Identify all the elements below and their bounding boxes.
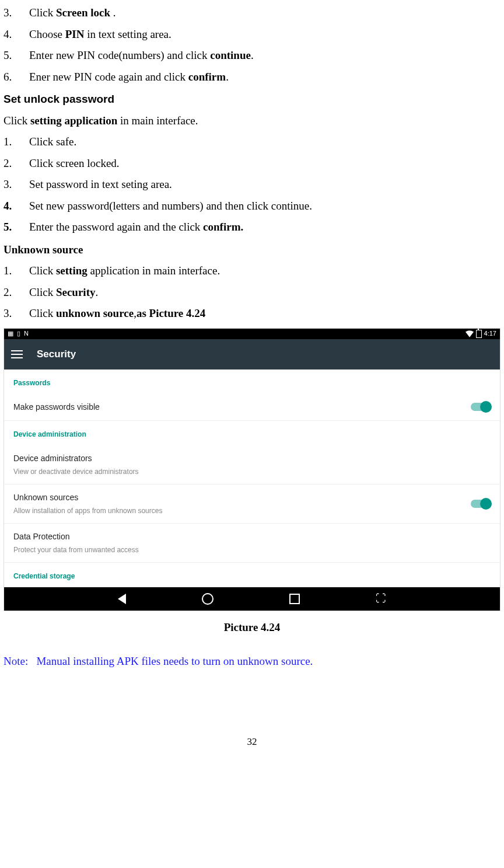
row-subtitle: Allow installation of apps from unknown …: [13, 506, 471, 516]
row-title: Data Protection: [13, 531, 491, 543]
row-title: Unknown sources: [13, 491, 471, 504]
heading-set-unlock-password: Set unlock password: [4, 91, 501, 108]
item-number: 2.: [4, 284, 29, 301]
item-text: Set new password(letters and numbers) an…: [29, 198, 501, 215]
item-number: 4.: [4, 26, 29, 43]
item-text: Enter the password again and the click c…: [29, 219, 501, 236]
row-subtitle: Protect your data from unwanted access: [13, 545, 491, 555]
row-title: Device administrators: [13, 452, 491, 465]
toggle-on-icon[interactable]: [471, 403, 491, 411]
section-credential-storage: Credential storage: [4, 563, 500, 587]
item-number: 4.: [4, 198, 29, 215]
list-item: 1. Click safe.: [4, 134, 501, 151]
note-body: Manual installing APK files needs to tur…: [36, 655, 313, 667]
row-unknown-sources[interactable]: Unknown sources Allow installation of ap…: [4, 484, 500, 524]
item-text: Set password in text seting area.: [29, 176, 501, 193]
item-text: Click Security.: [29, 284, 501, 301]
list-item: 3. Set password in text seting area.: [4, 176, 501, 193]
item-text: Click screen locked.: [29, 155, 501, 172]
item-text: Click unknown source,as Picture 4.24: [29, 305, 501, 322]
screenshot-icon[interactable]: ⛶: [376, 591, 386, 606]
item-text: Choose PIN in text setting area.: [29, 26, 501, 43]
app-bar-title: Security: [37, 347, 76, 362]
wifi-icon: [466, 330, 474, 337]
item-number: 6.: [4, 69, 29, 86]
home-icon[interactable]: [202, 593, 214, 605]
settings-content: Passwords Make passwords visible Device …: [4, 369, 500, 587]
row-subtitle: View or deactivate device administrators: [13, 466, 491, 477]
list-item: 3. Click unknown source,as Picture 4.24: [4, 305, 501, 322]
item-number: 3.: [4, 176, 29, 193]
battery-icon: [476, 330, 482, 338]
app-bar: Security: [4, 339, 500, 369]
note-label: Note:: [4, 655, 28, 667]
item-number: 1.: [4, 134, 29, 151]
gallery-icon: ▦: [8, 329, 13, 339]
row-data-protection[interactable]: Data Protection Protect your data from u…: [4, 524, 500, 563]
item-text: Ener new PIN code again and click confir…: [29, 69, 501, 86]
back-icon[interactable]: [118, 594, 126, 604]
ordered-list-c: 1. Click setting application in main int…: [4, 263, 501, 322]
heading-unknown-source: Unknown source: [4, 242, 501, 259]
recent-apps-icon[interactable]: [289, 594, 300, 604]
note-text: Note: Manual installing APK files needs …: [4, 653, 501, 670]
status-left: ▦ ▯ N: [8, 329, 29, 339]
item-text: Click Screen lock .: [29, 5, 501, 22]
ordered-list-b: 1. Click safe. 2. Click screen locked. 3…: [4, 134, 501, 236]
n-icon: N: [24, 329, 29, 339]
item-text: Click safe.: [29, 134, 501, 151]
list-item: 4. Choose PIN in text setting area.: [4, 26, 501, 43]
row-make-passwords-visible[interactable]: Make passwords visible: [4, 394, 500, 421]
status-bar: ▦ ▯ N 4:17: [4, 329, 500, 339]
item-number: 5.: [4, 47, 29, 64]
android-screenshot: ▦ ▯ N 4:17 Security Passwords Make passw…: [4, 328, 501, 611]
toggle-on-icon[interactable]: [471, 500, 491, 508]
page-number: 32: [4, 734, 501, 750]
hamburger-icon[interactable]: [11, 350, 23, 358]
navigation-bar: ⛶: [4, 587, 500, 611]
ordered-list-a: 3. Click Screen lock . 4. Choose PIN in …: [4, 5, 501, 85]
section-passwords: Passwords: [4, 369, 500, 394]
item-number: 1.: [4, 263, 29, 280]
item-number: 2.: [4, 155, 29, 172]
list-item: 5. Enter new PIN code(numbers) and click…: [4, 47, 501, 64]
row-device-administrators[interactable]: Device administrators View or deactivate…: [4, 445, 500, 484]
figure-caption: Picture 4.24: [4, 619, 501, 636]
item-text: Enter new PIN code(numbers) and click co…: [29, 47, 501, 64]
status-right: 4:17: [466, 329, 496, 339]
sd-icon: ▯: [17, 329, 20, 339]
paragraph: Click setting application in main interf…: [4, 113, 501, 130]
list-item: 6. Ener new PIN code again and click con…: [4, 69, 501, 86]
list-item: 2. Click screen locked.: [4, 155, 501, 172]
item-number: 3.: [4, 5, 29, 22]
list-item: 3. Click Screen lock .: [4, 5, 501, 22]
row-title: Make passwords visible: [13, 401, 471, 413]
list-item: 5. Enter the password again and the clic…: [4, 219, 501, 236]
list-item: 4. Set new password(letters and numbers)…: [4, 198, 501, 215]
section-device-administration: Device administration: [4, 421, 500, 445]
item-number: 3.: [4, 305, 29, 322]
list-item: 2. Click Security.: [4, 284, 501, 301]
item-number: 5.: [4, 219, 29, 236]
status-time: 4:17: [484, 329, 496, 339]
item-text: Click setting application in main interf…: [29, 263, 501, 280]
list-item: 1. Click setting application in main int…: [4, 263, 501, 280]
